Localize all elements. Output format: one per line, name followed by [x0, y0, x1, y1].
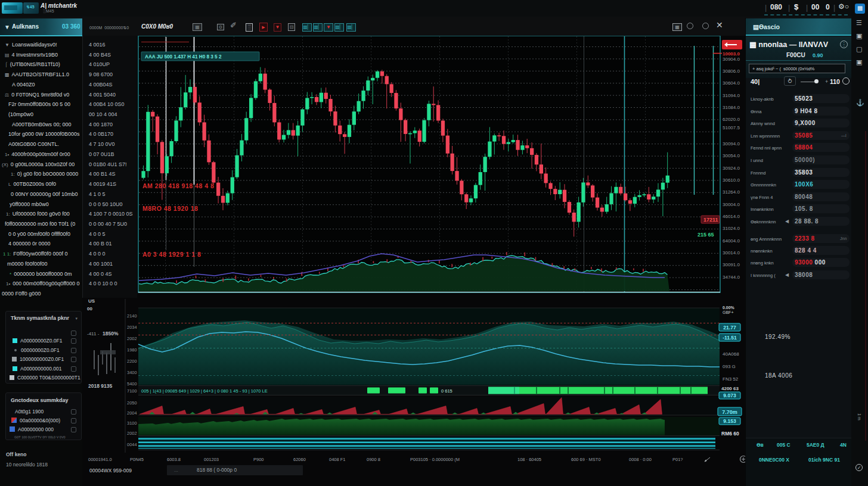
svg-text:215 65: 215 65 [698, 232, 714, 238]
svg-text:30806.0: 30806.0 [723, 68, 740, 74]
svg-text:P900: P900 [253, 457, 264, 462]
svg-text:62020.0: 62020.0 [723, 117, 740, 122]
svg-text:21.77: 21.77 [723, 325, 736, 331]
svg-text:2018 9135: 2018 9135 [88, 383, 112, 389]
svg-text:46014.0: 46014.0 [723, 214, 740, 219]
svg-text:00001941.0: 00001941.0 [88, 457, 112, 462]
svg-text:30091.0: 30091.0 [723, 262, 740, 267]
svg-text:30904.0: 30904.0 [723, 57, 740, 62]
svg-text:17211: 17211 [703, 217, 718, 223]
svg-text:-11.51: -11.51 [723, 335, 737, 341]
svg-text:FN3 52: FN3 52 [723, 376, 739, 382]
svg-text:30094.0: 30094.0 [723, 141, 740, 147]
svg-text:005 | 1(43 | 09085 649 | 1: 005 | 1(43 | 09085 649 | 1029 | 64+3 | 0… [141, 388, 268, 394]
svg-text:9.073: 9.073 [723, 392, 736, 398]
svg-text:30924.0: 30924.0 [723, 166, 740, 171]
svg-text:10003.0: 10003.0 [723, 51, 740, 57]
svg-text:1980: 1980 [127, 347, 137, 353]
svg-text:2004: 2004 [127, 410, 137, 416]
svg-text:30014.0: 30014.0 [723, 250, 740, 256]
svg-text:600 69 · MST0: 600 69 · MST0 [571, 457, 601, 462]
svg-text:818 88 ( 0-000p 0: 818 88 ( 0-000p 0 [197, 467, 237, 473]
svg-text:2034: 2034 [127, 325, 137, 330]
svg-text:9.153: 9.153 [723, 418, 736, 424]
svg-text:4200 63: 4200 63 [721, 386, 739, 391]
svg-text:31024.0: 31024.0 [723, 226, 740, 231]
svg-text:30604.0: 30604.0 [723, 80, 740, 86]
svg-text:40A068: 40A068 [723, 351, 739, 357]
svg-text:2050: 2050 [127, 400, 137, 406]
svg-text:0408 F1: 0408 F1 [329, 457, 346, 462]
svg-text:P0N45: P0N45 [130, 457, 144, 462]
svg-text:31264.0: 31264.0 [723, 189, 740, 195]
svg-text:-411 -: -411 - [87, 331, 100, 337]
svg-text:6003.8: 6003.8 [167, 457, 181, 462]
svg-text:RM6 60: RM6 60 [721, 431, 739, 437]
svg-text:00004WX 959-009: 00004WX 959-009 [89, 468, 132, 473]
svg-text:30004.0: 30004.0 [723, 202, 740, 207]
svg-text:001203: 001203 [204, 457, 219, 462]
svg-text:P01?: P01? [672, 457, 683, 462]
svg-text:0044: 0044 [127, 442, 137, 447]
svg-text:0.00%: 0.00% [723, 306, 735, 310]
svg-text:30054.0: 30054.0 [723, 153, 740, 158]
svg-text:0900 8: 0900 8 [367, 457, 380, 462]
svg-text:7100: 7100 [127, 388, 137, 394]
svg-text:00: 00 [87, 306, 92, 311]
svg-text:1850%: 1850% [103, 331, 119, 337]
svg-text:P003105 · 0.0000000 (M: P003105 · 0.0000000 (M [410, 457, 460, 462]
svg-text:A0 3 48 1929 1 1 8: A0 3 48 1929 1 1 8 [142, 251, 201, 258]
svg-text:0 615: 0 615 [441, 388, 452, 394]
svg-text:62060: 62060 [293, 457, 306, 462]
svg-text:2200: 2200 [127, 359, 137, 364]
svg-text:34744.0: 34744.0 [723, 275, 740, 280]
svg-text:GBF+: GBF+ [723, 310, 733, 314]
svg-text:51007.5: 51007.5 [723, 125, 740, 130]
svg-text:7.70m: 7.70m [722, 409, 737, 415]
svg-text:5400: 5400 [127, 381, 137, 387]
svg-text:30610.0: 30610.0 [723, 177, 740, 183]
svg-text:2140: 2140 [127, 313, 137, 319]
svg-text:...: ... [174, 468, 178, 473]
svg-text:64004.0: 64004.0 [723, 238, 740, 244]
svg-text:093 G: 093 G [723, 364, 736, 369]
svg-text:0008 · 0:00: 0008 · 0:00 [629, 457, 652, 462]
svg-text:3400: 3400 [127, 370, 137, 375]
svg-text:3100: 3100 [127, 420, 137, 426]
svg-text:2002: 2002 [127, 431, 137, 436]
svg-text:AAA JU 500 1.437 H 41 H0 8 3 5: AAA JU 500 1.437 H 41 H0 8 3 5 2 [145, 54, 222, 60]
svg-text:2002: 2002 [127, 336, 137, 341]
svg-text:AM 280 418 918 48 4 8: AM 280 418 918 48 4 8 [142, 182, 214, 189]
svg-text:108 · 60405: 108 · 60405 [517, 457, 541, 462]
svg-text:M8RO 48 1920 18: M8RO 48 1920 18 [142, 205, 198, 212]
svg-text:31094.0: 31094.0 [723, 93, 740, 98]
svg-text:31084.0: 31084.0 [723, 105, 740, 110]
svg-text:US: US [88, 298, 95, 304]
